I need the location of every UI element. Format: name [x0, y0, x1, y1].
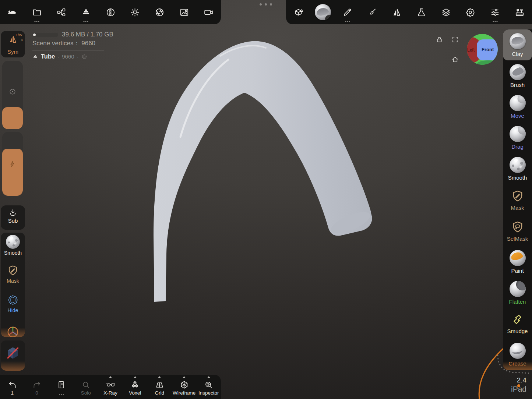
intensity-slider[interactable]	[2, 132, 23, 196]
undo-count: 1	[11, 390, 14, 396]
mask-shield-icon	[7, 264, 19, 277]
xray-toggle[interactable]: X-Ray	[98, 375, 123, 399]
material-button[interactable]	[98, 0, 123, 24]
quick-mask-button[interactable]: Mask	[1, 262, 25, 292]
object-vertex-count: 9660	[62, 53, 74, 60]
symmetry-button[interactable]	[384, 0, 409, 24]
solo-label: Solo	[81, 390, 91, 396]
bottom-toolbar: 1 0 Solo X-Ray Voxel Grid	[0, 375, 221, 399]
quick-hide-button[interactable]: Hide	[1, 292, 25, 321]
brush-radius-ring	[479, 348, 504, 399]
current-tool-matcap-icon	[315, 4, 331, 20]
sub-button[interactable]: Sub	[1, 205, 25, 230]
radius-slider[interactable]	[2, 61, 23, 129]
current-tool-button[interactable]	[311, 0, 335, 24]
quick-hide-label: Hide	[8, 307, 18, 313]
clay-sphere-icon	[510, 33, 526, 49]
brush-sphere-icon	[510, 64, 526, 80]
redo-count: 0	[35, 390, 38, 396]
flatten-sphere-icon	[510, 281, 526, 297]
crease-sphere-icon	[510, 343, 526, 359]
topology-button[interactable]	[74, 0, 98, 24]
memory-usage-bar	[32, 33, 58, 37]
radius-icon	[8, 88, 17, 96]
top-left-toolbar	[0, 0, 221, 24]
more-dots	[347, 21, 348, 22]
info-divider	[32, 50, 104, 50]
wireframe-toggle[interactable]: Wireframe	[172, 375, 197, 399]
gizmo-front-label: Front	[482, 47, 494, 52]
voxel-remesh-toggle[interactable]	[1, 340, 25, 371]
lighting-button[interactable]	[123, 0, 147, 24]
tool-flatten[interactable]: Flatten	[503, 278, 532, 308]
grid-toggle[interactable]: Grid	[147, 375, 172, 399]
tool-clay[interactable]: Clay	[503, 29, 532, 60]
separator-dot: ·	[77, 53, 79, 60]
smooth-sphere-icon	[510, 157, 526, 173]
radius-slider-fill	[2, 107, 23, 129]
postprocess-button[interactable]	[147, 0, 172, 24]
camera-button[interactable]	[196, 0, 221, 24]
voxel-cube-slash-icon	[5, 345, 21, 361]
tool-selmask[interactable]: SelMask	[503, 215, 532, 246]
tool-drag[interactable]: Drag	[503, 123, 532, 153]
lab-button[interactable]	[409, 0, 434, 24]
fullscreen-button[interactable]	[451, 36, 459, 43]
history-button[interactable]	[49, 375, 74, 399]
separator-dot: ·	[57, 53, 59, 60]
settings-button[interactable]	[458, 0, 483, 24]
mesh-icon	[32, 54, 38, 60]
material-dots-icon	[81, 54, 87, 60]
painting-button[interactable]	[360, 0, 384, 24]
quick-mask-label: Mask	[7, 278, 19, 284]
files-button[interactable]	[25, 0, 49, 24]
toolbox-button[interactable]	[507, 0, 532, 24]
smudge-finger-icon	[511, 313, 524, 326]
voxel-toggle[interactable]: Voxel	[123, 375, 147, 399]
gizmo-tool-icon[interactable]	[6, 325, 20, 337]
app-logo[interactable]	[0, 0, 25, 24]
undo-button[interactable]: 1	[0, 375, 25, 399]
symmetry-toggle[interactable]: L/W ▸ Sym	[1, 31, 25, 57]
orientation-gizmo[interactable]: Left Front	[466, 33, 498, 66]
left-quick-tools: Smooth Mask Hide	[1, 233, 25, 337]
caret-up-icon	[207, 376, 210, 378]
lock-view-button[interactable]	[436, 36, 443, 43]
nomad-sculpt-app: 39.6 MB / 1.70 GB Scene vertices： 9660 T…	[0, 0, 532, 399]
gizmo-left-label: Left	[467, 47, 475, 53]
redo-button[interactable]: 0	[25, 375, 49, 399]
sub-label: Sub	[1, 218, 25, 224]
tool-crease[interactable]: Crease	[503, 339, 532, 370]
tool-smooth[interactable]: Smooth	[503, 153, 532, 184]
selmask-shield-icon	[511, 220, 525, 234]
more-dots	[85, 21, 87, 22]
quick-smooth-label: Smooth	[4, 250, 22, 256]
export-button[interactable]	[286, 0, 311, 24]
layers-button[interactable]	[434, 0, 458, 24]
tool-paint[interactable]: Paint	[503, 246, 532, 277]
solo-button[interactable]: Solo	[74, 375, 98, 399]
tool-mask[interactable]: Mask	[503, 184, 532, 215]
symmetry-mode: L/W	[16, 33, 22, 37]
tool-smudge[interactable]: Smudge	[503, 308, 532, 339]
inspector-toggle[interactable]: Inspector	[196, 375, 221, 399]
interface-button[interactable]	[483, 0, 507, 24]
symmetry-expand-arrow[interactable]: ▸	[21, 38, 23, 42]
intensity-bolt-icon	[8, 160, 17, 168]
tool-brush[interactable]: Brush	[503, 60, 532, 91]
home-view-button[interactable]	[451, 56, 459, 63]
more-dots	[36, 21, 38, 22]
hide-dots-icon	[7, 294, 19, 306]
toolbar-drag-handle[interactable]	[260, 3, 272, 6]
move-sphere-icon	[510, 95, 526, 111]
background-button[interactable]	[172, 0, 197, 24]
scene-vertices-label: Scene vertices：	[32, 40, 80, 47]
top-right-toolbar	[286, 0, 532, 24]
brush-tools-panel: Clay Brush Move Drag Smooth Mask SelMask	[503, 29, 532, 370]
stroke-button[interactable]	[335, 0, 360, 24]
tool-move[interactable]: Move	[503, 91, 532, 122]
caret-up-icon	[109, 376, 112, 378]
tool-settings-gear-icon[interactable]	[325, 15, 331, 20]
quick-smooth-button[interactable]: Smooth	[1, 233, 25, 262]
scene-graph-button[interactable]	[49, 0, 74, 24]
